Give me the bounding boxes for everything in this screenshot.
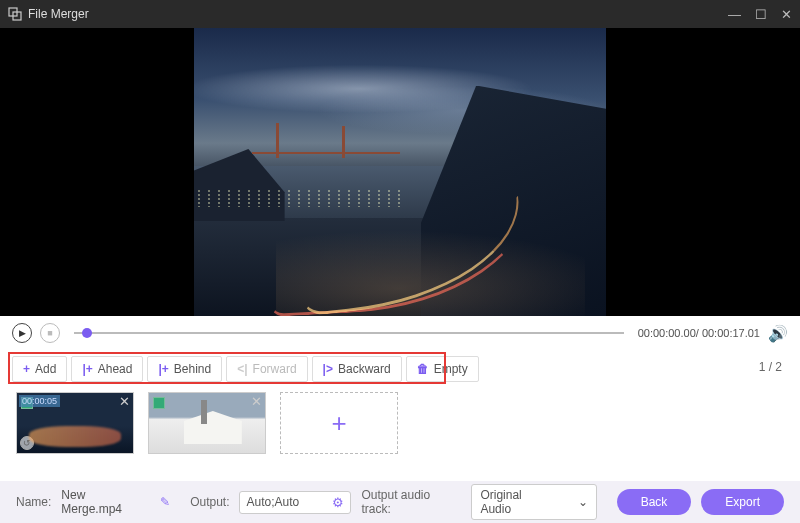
remove-clip-icon[interactable]: ✕ xyxy=(119,394,130,409)
volume-icon[interactable]: 🔊 xyxy=(768,324,788,343)
add-clip-slot[interactable]: + xyxy=(280,392,398,454)
name-value: New Merge.mp4 xyxy=(61,488,148,516)
preview-frame xyxy=(194,28,606,316)
clip-item[interactable]: ✕ xyxy=(148,392,266,454)
backward-icon: |> xyxy=(323,362,333,376)
window-title: File Merger xyxy=(28,7,728,21)
empty-button[interactable]: 🗑Empty xyxy=(406,356,479,382)
stop-button[interactable]: ■ xyxy=(40,323,60,343)
behind-label: Behind xyxy=(174,362,211,376)
clip-item[interactable]: 00:00:05 ✕ ↺ xyxy=(16,392,134,454)
audio-track-label: Output audio track: xyxy=(361,488,461,516)
footer-bar: Name:New Merge.mp4 ✎ Output: ⚙ Output au… xyxy=(0,481,800,523)
back-button[interactable]: Back xyxy=(617,489,692,515)
seek-slider[interactable] xyxy=(74,332,624,334)
ahead-icon: |+ xyxy=(82,362,92,376)
output-format-box[interactable]: ⚙ xyxy=(239,491,351,514)
export-button[interactable]: Export xyxy=(701,489,784,515)
minimize-button[interactable]: — xyxy=(728,7,741,22)
forward-label: Forward xyxy=(253,362,297,376)
play-button[interactable]: ▶ xyxy=(12,323,32,343)
ahead-button[interactable]: |+Ahead xyxy=(71,356,143,382)
gear-icon[interactable]: ⚙ xyxy=(332,495,344,510)
app-logo-icon xyxy=(8,7,22,21)
behind-button[interactable]: |+Behind xyxy=(147,356,222,382)
trash-icon: 🗑 xyxy=(417,362,429,376)
edit-name-icon[interactable]: ✎ xyxy=(160,495,170,509)
clip-tray: 00:00:05 ✕ ↺ ✕ + xyxy=(0,386,800,464)
add-button[interactable]: +Add xyxy=(12,356,67,382)
forward-button[interactable]: <|Forward xyxy=(226,356,307,382)
clip-toolbar: +Add |+Ahead |+Behind <|Forward |>Backwa… xyxy=(12,356,788,382)
output-format-input[interactable] xyxy=(246,495,326,509)
backward-button[interactable]: |>Backward xyxy=(312,356,402,382)
plus-icon: + xyxy=(331,408,346,439)
add-label: Add xyxy=(35,362,56,376)
page-indicator: 1 / 2 xyxy=(759,360,782,374)
seek-handle[interactable] xyxy=(82,328,92,338)
select-checkbox[interactable] xyxy=(153,397,165,409)
video-preview xyxy=(0,28,800,316)
remove-clip-icon[interactable]: ✕ xyxy=(251,394,262,409)
forward-icon: <| xyxy=(237,362,247,376)
close-button[interactable]: ✕ xyxy=(781,7,792,22)
name-label: Name: xyxy=(16,495,51,509)
behind-icon: |+ xyxy=(158,362,168,376)
history-icon[interactable]: ↺ xyxy=(20,436,34,450)
clip-timestamp: 00:00:05 xyxy=(19,395,60,407)
backward-label: Backward xyxy=(338,362,391,376)
audio-track-select[interactable]: Original Audio ⌄ xyxy=(471,484,596,520)
chevron-down-icon: ⌄ xyxy=(578,495,588,509)
output-label: Output: xyxy=(190,495,229,509)
plus-icon: + xyxy=(23,362,30,376)
playback-controls: ▶ ■ 00:00:00.00/ 00:00:17.01 🔊 xyxy=(0,316,800,350)
maximize-button[interactable]: ☐ xyxy=(755,7,767,22)
audio-track-value: Original Audio xyxy=(480,488,553,516)
empty-label: Empty xyxy=(434,362,468,376)
time-display: 00:00:00.00/ 00:00:17.01 xyxy=(638,327,760,339)
titlebar: File Merger — ☐ ✕ xyxy=(0,0,800,28)
ahead-label: Ahead xyxy=(98,362,133,376)
